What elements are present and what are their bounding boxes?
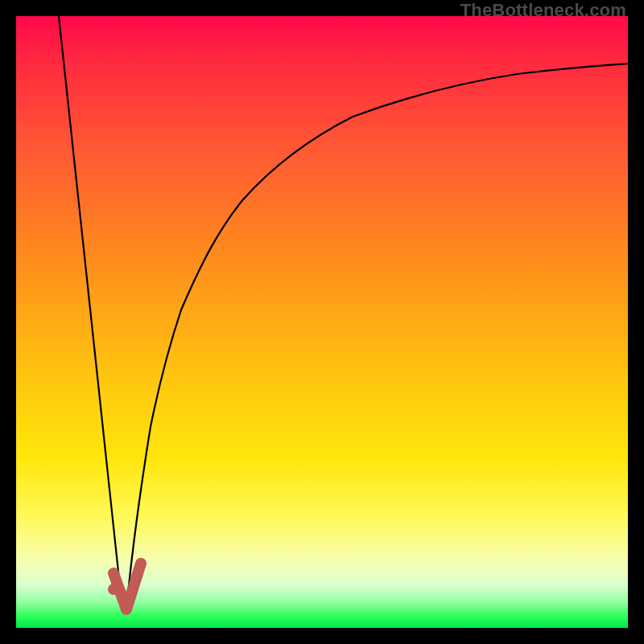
chart-frame: TheBottleneck.com bbox=[0, 0, 644, 644]
curve-layer bbox=[16, 16, 628, 628]
dot-marker bbox=[108, 584, 119, 595]
curve-left-branch bbox=[59, 16, 122, 609]
curve-right-branch bbox=[126, 64, 628, 609]
